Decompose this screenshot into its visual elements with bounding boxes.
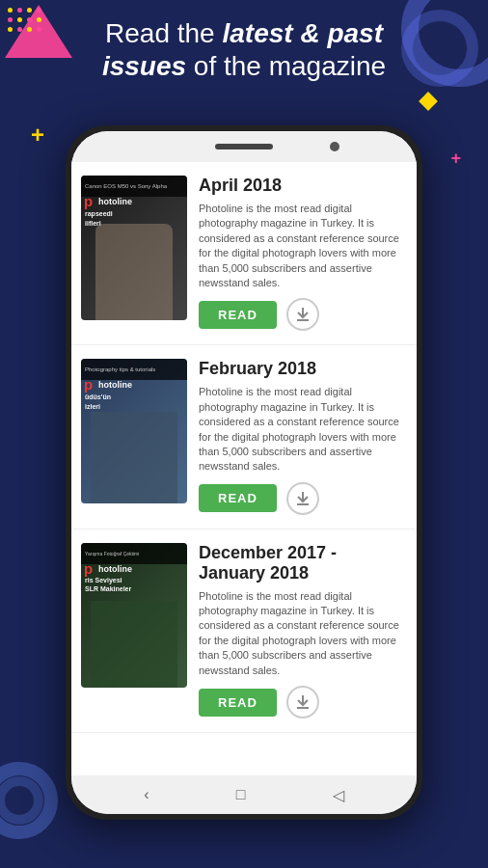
header-line1-bold: latest & past bbox=[222, 18, 383, 48]
cover-text-april: rapseedi iifleri bbox=[85, 209, 113, 229]
magazine-item-april: Canon EOS M50 vs Sony Alpha p hotoline r… bbox=[71, 162, 417, 345]
cover-text-feb: üdüs'ün izleri bbox=[85, 393, 111, 412]
download-icon-february bbox=[295, 491, 311, 506]
cover-hotoline: hotoline bbox=[98, 197, 132, 206]
deco-circle-l1 bbox=[0, 762, 58, 839]
cover-text-line-feb: üdüs'ün bbox=[85, 393, 111, 402]
cover-art-april: Canon EOS M50 vs Sony Alpha p hotoline r… bbox=[81, 176, 187, 320]
magazine-info-february: February 2018 Photoline is the most read… bbox=[199, 359, 407, 514]
deco-plus-yellow: + bbox=[31, 123, 44, 147]
cover-text-line2-feb: izleri bbox=[85, 402, 111, 412]
dot bbox=[37, 8, 41, 13]
phone-frame: Canon EOS M50 vs Sony Alpha p hotoline r… bbox=[66, 125, 422, 820]
nav-back-button[interactable]: ‹ bbox=[144, 786, 149, 803]
screen-content[interactable]: Canon EOS M50 vs Sony Alpha p hotoline r… bbox=[71, 162, 417, 775]
header-line2-normal: of the magazine bbox=[186, 51, 386, 81]
magazine-cover-february: Photography tips & tutorials p hotoline … bbox=[81, 359, 187, 503]
cover-text-line1-dec: ris Seviyesi bbox=[85, 576, 131, 585]
read-button-april[interactable]: READ bbox=[199, 301, 277, 329]
magazine-actions-april: READ bbox=[199, 298, 407, 331]
read-button-february[interactable]: READ bbox=[199, 484, 277, 512]
magazine-info-december: December 2017 - January 2018 Photoline i… bbox=[199, 543, 407, 719]
magazine-cover-april: Canon EOS M50 vs Sony Alpha p hotoline r… bbox=[81, 176, 187, 320]
magazine-title-april: April 2018 bbox=[199, 176, 407, 196]
cover-band-text-feb: Photography tips & tutorials bbox=[85, 366, 155, 372]
cover-text-line2-dec: SLR Makineler bbox=[85, 584, 131, 594]
dot bbox=[27, 8, 32, 13]
phone-top-bar bbox=[71, 131, 417, 162]
phone-speaker bbox=[215, 144, 273, 149]
cover-band-top: Canon EOS M50 vs Sony Alpha bbox=[81, 176, 187, 197]
phone-bottom-bar: ‹ □ ◁ bbox=[71, 775, 417, 814]
magazine-cover-december: Yarışma Fotoğraf Çektimi p hotoline ris … bbox=[81, 543, 187, 688]
cover-p-letter-dec: p bbox=[84, 560, 93, 577]
deco-circle-l2 bbox=[0, 776, 43, 825]
cover-camera-text: Canon EOS M50 vs Sony Alpha bbox=[85, 183, 167, 189]
cover-person-silhouette bbox=[95, 224, 173, 320]
phone-camera bbox=[330, 142, 339, 151]
cover-band-text-dec: Yarışma Fotoğraf Çektimi bbox=[85, 551, 139, 556]
download-button-april[interactable] bbox=[286, 298, 319, 331]
download-icon-april bbox=[295, 307, 311, 322]
magazine-title-february: February 2018 bbox=[199, 359, 407, 379]
cover-art-december: Yarışma Fotoğraf Çektimi p hotoline ris … bbox=[81, 543, 187, 688]
cover-scene-dec bbox=[91, 601, 177, 688]
cover-subtitle-line2: iifleri bbox=[85, 219, 113, 229]
download-icon-december bbox=[295, 694, 311, 710]
download-button-february[interactable] bbox=[286, 482, 319, 515]
header-line1-normal: Read the bbox=[105, 18, 222, 48]
cover-scene-feb bbox=[91, 412, 177, 503]
magazine-desc-december: Photoline is the most read digital photo… bbox=[199, 589, 407, 678]
header-section: Read the latest & past issues of the mag… bbox=[0, 17, 488, 82]
deco-diamond-yellow bbox=[419, 92, 438, 111]
header-line2-bold: issues bbox=[102, 51, 186, 81]
cover-band-top-dec: Yarışma Fotoğraf Çektimi bbox=[81, 543, 187, 564]
magazine-item-february: Photography tips & tutorials p hotoline … bbox=[71, 345, 417, 529]
download-button-december[interactable] bbox=[286, 686, 319, 719]
magazine-actions-december: READ bbox=[199, 686, 407, 719]
cover-p-letter: p bbox=[84, 193, 93, 209]
cover-hotoline-feb: hotoline bbox=[98, 380, 132, 390]
header-line2: issues of the magazine bbox=[19, 50, 469, 83]
magazine-item-december: Yarışma Fotoğraf Çektimi p hotoline ris … bbox=[71, 529, 417, 733]
dot bbox=[17, 8, 22, 13]
cover-band-top-feb: Photography tips & tutorials bbox=[81, 359, 187, 380]
header-line1: Read the latest & past bbox=[19, 17, 469, 50]
magazine-desc-february: Photoline is the most read digital photo… bbox=[199, 385, 407, 474]
dot bbox=[8, 8, 13, 13]
cover-text-dec: ris Seviyesi SLR Makineler bbox=[85, 576, 131, 595]
magazine-desc-april: Photoline is the most read digital photo… bbox=[199, 202, 407, 290]
cover-subtitle-line1: rapseedi bbox=[85, 209, 113, 219]
cover-art-february: Photography tips & tutorials p hotoline … bbox=[81, 359, 187, 503]
magazine-actions-february: READ bbox=[199, 482, 407, 515]
deco-plus-pink: + bbox=[450, 149, 461, 167]
read-button-december[interactable]: READ bbox=[199, 689, 277, 717]
magazine-title-december: December 2017 - January 2018 bbox=[199, 543, 407, 583]
nav-home-button[interactable]: □ bbox=[236, 786, 246, 803]
nav-recent-button[interactable]: ◁ bbox=[333, 786, 344, 804]
cover-hotoline-dec: hotoline bbox=[98, 564, 132, 574]
phone-inner: Canon EOS M50 vs Sony Alpha p hotoline r… bbox=[71, 131, 417, 814]
cover-p-letter-feb: p bbox=[84, 376, 93, 393]
magazine-info-april: April 2018 Photoline is the most read di… bbox=[199, 176, 407, 331]
